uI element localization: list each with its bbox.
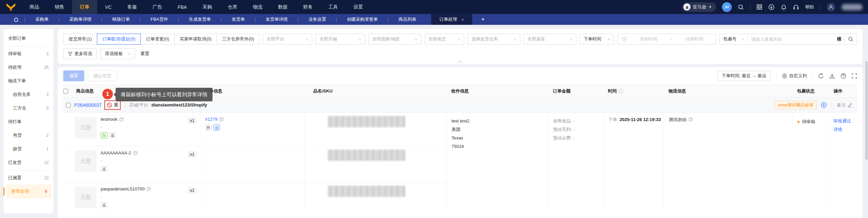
tab-shipping-order[interactable]: 发货单 (221, 16, 255, 22)
order-checkbox[interactable] (66, 103, 71, 107)
add-tag-icon[interactable] (821, 102, 827, 108)
filter-tab-order-change[interactable]: 订单变更(0) (140, 34, 174, 45)
tab-remove-order[interactable]: 移除订单 (102, 16, 140, 22)
download-client-icon[interactable] (768, 4, 775, 10)
date-range-picker[interactable]: 开始时间 ~ 结束时间 (617, 34, 716, 45)
scrollbar-thumb[interactable] (865, 61, 868, 160)
sidebar-item-on-hold[interactable]: 已搁置12 (3, 171, 53, 185)
filter-tab-3pl-exception[interactable]: 三方仓异常件(0) (217, 34, 259, 45)
approve-review-link[interactable]: 审核通过 (833, 117, 857, 125)
hold-button[interactable]: 搁置 (63, 70, 84, 81)
order-detail-link[interactable]: 详情 (833, 125, 857, 134)
tab-product-list[interactable]: 商品列表 (388, 16, 426, 22)
tab-purchase-order[interactable]: 采购单 (25, 16, 59, 22)
tab-order-processing-active[interactable]: 订单处理 × (431, 14, 472, 25)
sidebar-item-shipped[interactable]: 已发货12 (3, 156, 53, 169)
menu-item-finance[interactable]: 财务 (295, 0, 321, 14)
end-date-placeholder[interactable]: 结束时间 (678, 36, 712, 42)
menu-item-tools[interactable]: 工具 (321, 0, 346, 14)
sidebar-item-third-party-warehouse[interactable]: 三方仓0 (3, 101, 53, 115)
sidebar-item-in-stock[interactable]: 有货2 (3, 129, 53, 142)
sidebar-item-pending-review[interactable]: 待审核2 (3, 47, 53, 61)
sidebar-item-pending-process[interactable]: 待处理25 (3, 61, 53, 74)
user-avatar[interactable] (827, 3, 835, 12)
menu-item-orders[interactable]: 订单 (72, 0, 97, 14)
menu-item-data[interactable]: 数据 (270, 0, 295, 14)
search-input[interactable] (748, 37, 834, 42)
sidebar-item-own-warehouse[interactable]: 自营仓库3 (3, 88, 53, 101)
tab-shipping-order-detail[interactable]: 发货单详情 (255, 16, 298, 22)
ai-assistant-button[interactable]: AI (722, 2, 732, 12)
order-number-link[interactable]: P26A600037 (74, 102, 102, 108)
tab-purchase-order-detail[interactable]: 采购单详情 (59, 16, 102, 22)
platform-select[interactable]: 全部平台∨ (263, 34, 312, 45)
col-order-info: 订单信息 (200, 88, 304, 94)
time-type-select[interactable]: 下单时间∨ (580, 34, 614, 45)
select-all-checkbox[interactable] (63, 89, 68, 94)
store-select[interactable]: 全部店铺∨ (316, 34, 365, 45)
fullscreen-icon[interactable] (852, 73, 857, 79)
filter-template-button[interactable]: 筛选模板 ∨ (100, 48, 135, 59)
prohibited-icon[interactable] (107, 102, 112, 108)
collapse-panel-icon[interactable] (456, 60, 465, 63)
menu-item-products[interactable]: 商品 (22, 0, 47, 14)
close-tab-icon[interactable]: × (461, 17, 464, 22)
confirm-ship-button[interactable]: 确认发货 (88, 70, 117, 81)
copy-icon[interactable] (147, 187, 151, 191)
filter-tab-buyer-cancel[interactable]: 买家申请取消(0) (174, 34, 217, 45)
sidebar-group-logistics-order[interactable]: 物流下单 (3, 74, 53, 88)
note-button[interactable]: 备注 (837, 102, 852, 108)
apps-grid-icon[interactable] (756, 4, 762, 10)
sidebar-item-exception-handling[interactable]: 异常处理6 (6, 185, 52, 198)
status-select[interactable]: 全部状态∨ (425, 34, 464, 45)
notifications-bell-icon[interactable] (781, 4, 787, 10)
filter-tab-cancel-refund[interactable]: 订单取消/退款(5) (97, 34, 141, 45)
search-field-select[interactable]: 包裹号∨ (720, 34, 748, 44)
country-select[interactable]: 全部国家/地区∨ (369, 34, 421, 45)
sort-order-button[interactable]: 下单时间: 最近 → 最远 (717, 71, 771, 81)
refresh-icon[interactable] (818, 73, 824, 79)
add-tab-icon[interactable]: + (472, 16, 494, 23)
copy-icon[interactable] (133, 151, 137, 155)
channel-select[interactable]: 全部渠道∨ (524, 34, 576, 45)
menu-item-ads[interactable]: 广告 (144, 0, 170, 14)
document-badge-icon[interactable]: ▤ (214, 124, 220, 131)
menu-item-fba[interactable]: FBA (170, 0, 194, 14)
menu-item-sales[interactable]: 销售 (47, 0, 72, 14)
channel-order-ref-link[interactable]: #1279 (205, 117, 217, 122)
custom-columns-button[interactable]: 自定义列 (782, 73, 807, 79)
menu-item-purchase[interactable]: 采购 (195, 0, 220, 14)
tab-fba-shipment[interactable]: FBA货件 (140, 16, 178, 22)
copy-icon[interactable] (119, 117, 123, 121)
start-date-placeholder[interactable]: 开始时间 (631, 36, 665, 42)
search-button[interactable] (844, 34, 857, 44)
search-icon[interactable] (738, 4, 744, 10)
sidebar-item-all-orders[interactable]: 全部订单 (3, 32, 53, 45)
brand-logo-icon[interactable] (0, 3, 22, 12)
help-circle-icon[interactable] (840, 73, 846, 79)
sidebar-item-out-of-stock[interactable]: 缺货1 (3, 142, 53, 156)
reset-filters-link[interactable]: 重置 (140, 51, 149, 57)
fuzzy-match-toggle[interactable]: 模 (834, 36, 844, 42)
duplicate-badge[interactable]: 重 (114, 102, 118, 108)
filter-tab-submit-exception[interactable]: 提交异常(1) (63, 34, 97, 45)
menu-item-vc[interactable]: VC (97, 0, 119, 14)
tab-business-settings[interactable]: 业务设置 (298, 16, 336, 22)
menu-item-warehouse[interactable]: 仓库 (220, 0, 245, 14)
menu-item-service[interactable]: 客服 (119, 0, 144, 14)
tab-create-purchase-change[interactable]: 创建采购变更单 (337, 16, 388, 22)
tab-create-shipping-order[interactable]: 生成发货单 (178, 16, 221, 22)
sidebar-group-pending-print[interactable]: 待打单 (3, 115, 53, 129)
help-link[interactable]: 帮助 (805, 4, 814, 10)
more-filters-button[interactable]: 更多筛选 (63, 48, 97, 59)
home-icon[interactable] (0, 17, 25, 22)
sku-redacted-blur (328, 116, 405, 127)
menu-item-logistics[interactable]: 物流 (245, 0, 270, 14)
copy-icon[interactable] (219, 117, 223, 121)
warehouse-select[interactable]: 选择发货仓库∨ (467, 34, 520, 45)
support-headset-icon[interactable] (793, 4, 799, 10)
copy-icon[interactable] (688, 117, 693, 121)
platform-switcher[interactable]: a 亚马逊 ▼ (682, 2, 716, 12)
export-download-icon[interactable] (829, 73, 835, 79)
menu-item-settings[interactable]: 设置 (346, 0, 371, 14)
